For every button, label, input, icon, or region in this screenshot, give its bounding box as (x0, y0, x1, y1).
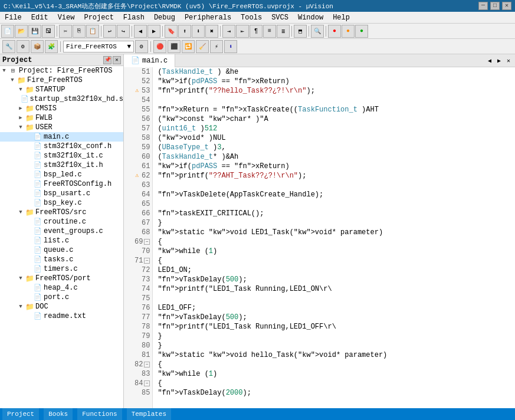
code-line-63[interactable] (155, 181, 513, 190)
tree-node-5[interactable]: ▶📁FWLB (0, 113, 123, 123)
rebuild-btn[interactable]: 🔁 (182, 40, 195, 53)
paste-button[interactable]: 📋 (86, 25, 99, 38)
statusbar-project-tab[interactable]: Project (2, 408, 39, 420)
menu-item-file[interactable]: File (0, 12, 27, 23)
bookmark-clear-button[interactable]: ✖ (205, 25, 218, 38)
tree-node-3[interactable]: 📄startup_stm32f10x_hd.s (0, 94, 123, 104)
close-button[interactable]: ✕ (502, 2, 511, 10)
format-button[interactable]: ¶ (250, 25, 263, 38)
code-line-74[interactable]: "fn">printf("LED1_Task Running,LED1_ON\r… (155, 284, 513, 294)
nav-fwd-button[interactable]: ▶ (147, 25, 160, 38)
code-line-64[interactable]: "fn">vTaskDelete(AppTaskCreate_Handle); (155, 190, 513, 199)
code-line-57[interactable]: (uint16_t )512 (155, 124, 513, 133)
debug3-button[interactable]: ● (355, 25, 368, 38)
tree-node-18[interactable]: 📄list.c (0, 236, 123, 245)
code-editor[interactable]: 5152⚠535455565758596061⚠6263646566676869… (124, 67, 515, 408)
save-button[interactable]: 💾 (28, 25, 41, 38)
tab-left-button[interactable]: ◀ (486, 57, 494, 65)
code-line-73[interactable]: "fn">vTaskDelay(500); (155, 275, 513, 284)
code-line-65[interactable] (155, 199, 513, 209)
menu-item-peripherals[interactable]: Peripherals (180, 12, 236, 23)
menu-item-debug[interactable]: Debug (149, 12, 180, 23)
download-btn[interactable]: ⬇ (224, 40, 237, 53)
pack-btn[interactable]: 📦 (31, 40, 44, 53)
tree-node-12[interactable]: 📄FreeRTOSConfig.h (0, 179, 123, 189)
code-line-67[interactable]: } (155, 218, 513, 228)
debug-start-button[interactable]: ● (328, 25, 341, 38)
minimize-button[interactable]: ─ (478, 2, 488, 10)
code-line-72[interactable]: LED1_ON; (155, 265, 513, 275)
code-line-69[interactable]: { (155, 237, 513, 247)
code-line-58[interactable]: ("kw">void* )NUL (155, 133, 513, 143)
code-line-54[interactable] (155, 96, 513, 105)
menu-item-tools[interactable]: Tools (236, 12, 267, 23)
tree-node-16[interactable]: 📄croutine.c (0, 217, 123, 227)
code-line-77[interactable]: "fn">vTaskDelay(500); (155, 313, 513, 322)
statusbar-templates-tab[interactable]: Templates (127, 408, 171, 420)
statusbar-functions-tab[interactable]: Functions (77, 408, 122, 420)
code-line-52[interactable]: "kw">if(pdPASS == "fn">xReturn) (155, 77, 513, 86)
open-button[interactable]: 📂 (15, 25, 28, 38)
code-line-56[interactable]: ("kw">const "kw">char* )"A (155, 114, 513, 124)
fold-marker-69[interactable]: − (144, 239, 150, 245)
menu-item-window[interactable]: Window (293, 12, 328, 23)
code-line-60[interactable]: (TaskHandle_t* )&Ah (155, 152, 513, 162)
find-button[interactable]: 🔍 (311, 25, 324, 38)
tree-node-26[interactable]: 📄readme.txt (0, 311, 123, 321)
code-line-81[interactable]: "kw">static "kw">void hello_Task("kw">vo… (155, 350, 513, 360)
code-line-62[interactable]: "fn">printf("??AHT_Task??¿?!\r\n"); (155, 171, 513, 181)
code-line-66[interactable]: "fn">taskEXIT_CRITICAL(); (155, 209, 513, 218)
tree-node-20[interactable]: 📄tasks.c (0, 255, 123, 264)
tree-node-9[interactable]: 📄stm32f10x_it.c (0, 151, 123, 160)
tree-node-17[interactable]: 📄event_groups.c (0, 227, 123, 236)
tree-node-14[interactable]: 📄bsp_key.c (0, 198, 123, 208)
tree-node-25[interactable]: ▼📁DOC (0, 302, 123, 311)
menu-item-help[interactable]: Help (328, 12, 355, 23)
code-line-76[interactable]: LED1_OFF; (155, 303, 513, 313)
tree-node-0[interactable]: ▼⊞Project: Fire_FreeRTOS (0, 66, 123, 76)
expand-icon-2[interactable]: ▼ (17, 86, 25, 94)
code-line-83[interactable]: "kw">while (1) (155, 369, 513, 379)
clean-btn[interactable]: 🧹 (196, 40, 209, 53)
dropdown-arrow-icon[interactable]: ▼ (127, 43, 131, 50)
fold-marker-84[interactable]: − (144, 380, 150, 386)
redo-button[interactable]: ↪ (117, 25, 130, 38)
expand-icon-5[interactable]: ▶ (17, 114, 25, 122)
code-line-71[interactable]: { (155, 256, 513, 265)
flash-btn[interactable]: ⚡ (210, 40, 223, 53)
code-line-75[interactable] (155, 294, 513, 303)
undo-button[interactable]: ↩ (103, 25, 116, 38)
fold-marker-82[interactable]: − (144, 362, 150, 368)
expand-icon-15[interactable]: ▼ (17, 208, 25, 216)
tree-node-6[interactable]: ▼📁USER (0, 123, 123, 132)
expand-icon-6[interactable]: ▼ (17, 123, 25, 132)
bookmark-next-button[interactable]: ⬇ (192, 25, 205, 38)
tree-node-11[interactable]: 📄bsp_led.c (0, 170, 123, 179)
unindent-button[interactable]: ⇤ (236, 25, 249, 38)
code-line-85[interactable]: "fn">vTaskDelay(2000); (155, 388, 513, 398)
expand-icon-0[interactable]: ▼ (0, 67, 8, 75)
tree-node-19[interactable]: 📄queue.c (0, 245, 123, 255)
tree-node-22[interactable]: ▼📁FreeRTOS/port (0, 274, 123, 283)
code-line-55[interactable]: "fn">xReturn = "fn">xTaskCreate((TaskFun… (155, 105, 513, 114)
tab-right-button[interactable]: ▶ (495, 57, 503, 65)
compile-btn[interactable]: 🔴 (153, 40, 166, 53)
tree-node-13[interactable]: 📄bsp_usart.c (0, 189, 123, 198)
bookmark-prev-button[interactable]: ⬆ (178, 25, 191, 38)
tree-node-1[interactable]: ▼📁Fire_FreeRTOS (0, 76, 123, 85)
tree-node-4[interactable]: ▶📁CMSIS (0, 104, 123, 113)
titlebar-controls[interactable]: ─ □ ✕ (478, 2, 511, 10)
code-line-78[interactable]: "fn">printf("LED1_Task Running,LED1_OFF\… (155, 322, 513, 332)
tree-node-21[interactable]: 📄timers.c (0, 264, 123, 274)
project-panel-close-button[interactable]: ✕ (113, 56, 121, 64)
code-line-68[interactable]: "kw">static "kw">void LED1_Task("kw">voi… (155, 228, 513, 237)
menu-item-view[interactable]: View (53, 12, 80, 23)
fold-marker-71[interactable]: − (144, 258, 150, 264)
settings-btn[interactable]: ⚙ (17, 40, 29, 53)
expand-icon-1[interactable]: ▼ (8, 76, 17, 84)
insert-button[interactable]: ⬒ (294, 25, 307, 38)
build-target-btn[interactable]: 🔧 (2, 40, 15, 53)
tree-node-7[interactable]: 📄main.c (0, 132, 123, 142)
expand-icon-22[interactable]: ▼ (17, 274, 25, 283)
code-line-70[interactable]: "kw">while (1) (155, 247, 513, 256)
